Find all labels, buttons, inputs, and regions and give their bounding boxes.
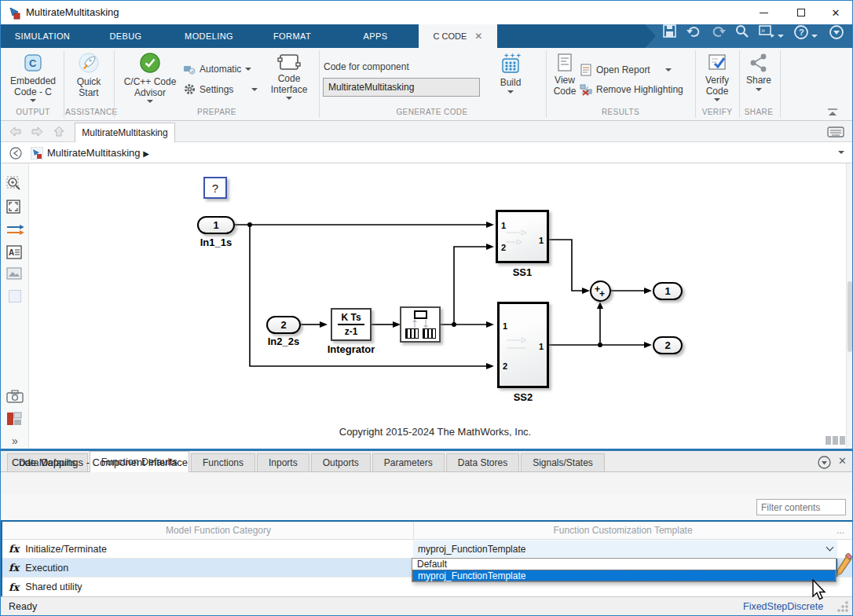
tab-signals-states[interactable]: Signals/States — [521, 453, 605, 471]
table-row-initialize-terminate[interactable]: fx Initialize/Terminate myproj_FunctionT… — [2, 540, 852, 559]
canvas-scrollbar-thumb[interactable] — [848, 281, 852, 352]
dropdown-option-myproj-selected[interactable]: myproj_FunctionTemplate — [412, 570, 836, 581]
share-icon — [749, 53, 769, 73]
code-advisor-dropdown-icon — [147, 100, 153, 103]
search-icon[interactable] — [734, 24, 750, 48]
help-icon[interactable]: ? — [793, 24, 809, 48]
code-interface-button[interactable]: Code Interface — [262, 53, 317, 100]
tab-debug[interactable]: DEBUG — [84, 24, 167, 48]
outport-2-block[interactable]: 2 — [653, 336, 683, 354]
build-icon: + + + — [500, 53, 522, 75]
keyboard-icon[interactable] — [827, 126, 844, 138]
hide-explorer-icon[interactable] — [9, 147, 22, 160]
verify-code-button[interactable]: Verify Code — [697, 53, 738, 101]
ss2-inport-2: 2 — [503, 361, 507, 371]
undo-icon[interactable] — [686, 24, 703, 48]
subsystem-ss1-block[interactable]: 1 2 1 — [496, 210, 549, 263]
code-interface-dropdown-icon — [286, 97, 292, 100]
filter-contents-input[interactable] — [756, 499, 846, 515]
tab-data-stores[interactable]: Data Stores — [446, 453, 519, 471]
close-button[interactable]: ✕ — [818, 1, 853, 24]
automatic-button[interactable]: ✓ Automatic — [183, 64, 251, 75]
subsystem-ss2-block[interactable]: 1 2 1 — [497, 302, 549, 388]
open-report-dropdown-icon — [665, 68, 672, 72]
outport-1-block[interactable]: 1 — [653, 282, 683, 300]
tab-outports[interactable]: Outports — [311, 453, 371, 471]
layouts-icon[interactable]: » — [758, 24, 775, 48]
help-block[interactable]: ? — [203, 177, 227, 199]
panel-title: Code Mappings - Component Interface — [12, 456, 188, 468]
breadcrumb-model-name[interactable]: MultirateMultitasking — [47, 147, 141, 159]
layouts-dropdown-icon[interactable] — [778, 35, 784, 38]
minimize-button[interactable] — [745, 1, 782, 24]
view-code-icon — [555, 53, 574, 73]
tab-simulation[interactable]: SIMULATION — [1, 24, 84, 48]
code-interface-label: Code Interface — [262, 73, 317, 95]
template-value: myproj_FunctionTemplate — [418, 544, 525, 555]
edit-pencil-icon[interactable] — [835, 553, 852, 581]
back-icon[interactable] — [9, 126, 22, 138]
code-mappings-panel: Code Mappings - Component Interface ✕ Da… — [1, 449, 853, 596]
more-columns-icon[interactable]: ... — [837, 525, 844, 536]
help-dropdown-icon[interactable] — [811, 35, 818, 38]
share-button[interactable]: Share — [741, 53, 777, 91]
automatic-icon: ✓ — [183, 64, 196, 75]
ribbon: C Embedded Code - C OUTPUT Quick Start A… — [1, 48, 853, 121]
breadcrumb[interactable]: MultirateMultitasking ▶ — [47, 147, 149, 159]
tab-close-icon[interactable]: ✕ — [474, 31, 482, 42]
settings-dropdown-icon — [251, 88, 258, 91]
model-canvas[interactable]: A » — [1, 163, 853, 449]
panel-collapse-icon[interactable] — [818, 456, 831, 469]
collapse-ribbon-icon[interactable] — [826, 108, 840, 117]
open-report-button[interactable]: Open Report — [580, 64, 672, 76]
rate-transition-block[interactable] — [400, 306, 441, 343]
tab-inports[interactable]: Inports — [257, 453, 309, 471]
inport-2-number: 2 — [280, 319, 286, 331]
automatic-dropdown-icon — [245, 68, 251, 71]
embedded-code-button[interactable]: C Embedded Code - C — [5, 53, 60, 102]
redo-icon[interactable] — [709, 24, 727, 48]
code-interface-icon — [277, 53, 301, 72]
page-layout-icon[interactable] — [826, 436, 845, 445]
template-dropdown-initialize[interactable]: myproj_FunctionTemplate — [413, 541, 837, 557]
breadcrumb-dropdown-icon[interactable] — [838, 151, 844, 154]
view-code-button[interactable]: View Code — [551, 53, 579, 97]
inport-1-block[interactable]: 1 — [197, 216, 235, 234]
sum-block[interactable]: + + — [590, 280, 611, 302]
code-for-component-label: Code for component — [324, 61, 409, 72]
settings-button[interactable]: Settings — [184, 83, 258, 95]
solver-link[interactable]: FixedStepDiscrete — [743, 601, 823, 612]
inport-1-number: 1 — [213, 219, 218, 231]
tab-c-code-active[interactable]: C CODE ✕ — [419, 24, 497, 48]
svg-text:?: ? — [799, 28, 804, 37]
resize-grip[interactable] — [837, 600, 849, 613]
section-generate-code: GENERATE CODE — [320, 108, 544, 116]
dropdown-option-default[interactable]: Default — [412, 559, 836, 570]
inport-2-block[interactable]: 2 — [266, 316, 301, 334]
maximize-button[interactable] — [783, 1, 819, 24]
tab-modeling[interactable]: MODELING — [167, 24, 251, 48]
toolstrip-options-icon[interactable] — [829, 24, 844, 48]
tab-functions[interactable]: Functions — [191, 453, 255, 471]
automatic-label: Automatic — [200, 64, 241, 75]
document-tab[interactable]: MultirateMultitasking — [75, 123, 175, 142]
tab-parameters[interactable]: Parameters — [372, 453, 445, 471]
code-advisor-button[interactable]: C/C++ Code Advisor — [119, 53, 181, 103]
build-button[interactable]: + + + Build — [492, 53, 529, 94]
remove-highlighting-button[interactable]: Remove Highlighting — [580, 83, 683, 96]
section-share: SHARE — [739, 108, 778, 116]
integrator-block[interactable]: K Ts z-1 — [331, 308, 372, 341]
chevron-down-icon — [826, 544, 834, 552]
settings-gear-icon — [184, 83, 196, 95]
breadcrumb-bar: MultirateMultitasking ▶ — [1, 142, 853, 163]
forward-icon[interactable] — [31, 126, 44, 138]
save-icon[interactable] — [662, 24, 678, 48]
embedded-code-label: Embedded Code - C — [5, 75, 60, 97]
quick-start-button[interactable]: Quick Start — [67, 53, 111, 98]
tab-format[interactable]: FORMAT — [251, 24, 334, 48]
tab-apps[interactable]: APPS — [334, 24, 417, 48]
column-header-template: Function Customization Template — [419, 525, 827, 536]
panel-close-icon[interactable]: ✕ — [838, 455, 847, 467]
up-to-parent-icon[interactable] — [53, 125, 65, 138]
component-input[interactable] — [323, 78, 480, 97]
